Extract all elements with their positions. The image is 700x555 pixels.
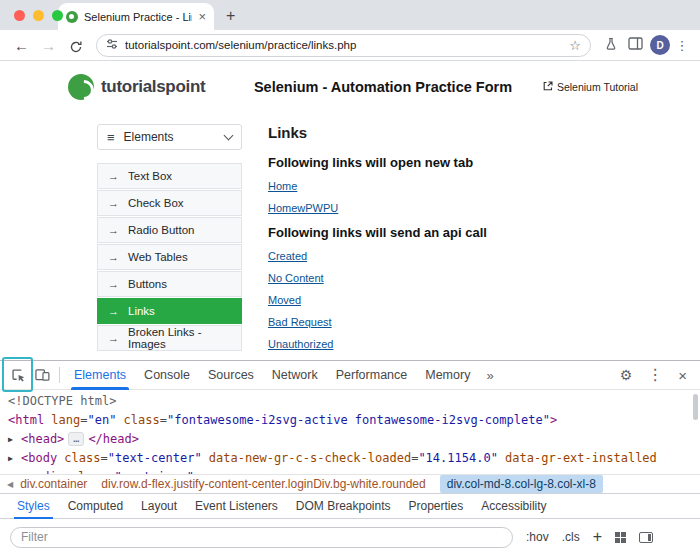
sidebar-title: Elements — [124, 130, 216, 144]
styles-tab-styles[interactable]: Styles — [8, 494, 59, 519]
devtools-tab-label: Sources — [208, 368, 254, 382]
page-main: ≡ Elements →Text Box →Check Box →Radio B… — [0, 100, 700, 359]
breadcrumb-item-col[interactable]: div.col-md-8.col-lg-8.col-xl-8 — [440, 475, 603, 493]
toolbar-separator — [59, 367, 60, 383]
link-created[interactable]: Created — [268, 250, 307, 263]
more-tabs-icon[interactable]: » — [479, 368, 500, 383]
code-line-div-container[interactable]: ▶<div class="container"> — [0, 468, 700, 474]
styles-tab-computed[interactable]: Computed — [59, 494, 132, 519]
tab-title: Selenium Practice - Links — [84, 11, 192, 23]
sidebar-item-label: Links — [128, 305, 155, 317]
external-link-icon — [543, 81, 553, 93]
toggle-element-state-button[interactable]: :hov — [526, 530, 549, 544]
devtools-tab-label: Network — [272, 368, 318, 382]
link-no-content[interactable]: No Content — [268, 272, 324, 285]
window-close-button[interactable] — [14, 10, 25, 21]
breadcrumb-item-container[interactable]: div.container — [20, 477, 87, 491]
link-home[interactable]: Home — [268, 180, 297, 193]
sidebar-item-radio-button[interactable]: →Radio Button — [97, 217, 242, 243]
expand-arrow-icon[interactable]: ▶ — [8, 449, 21, 468]
devtools-tab-console[interactable]: Console — [135, 361, 199, 390]
code-line-doctype[interactable]: <!DOCTYPE html> — [0, 392, 700, 411]
reload-icon[interactable] — [64, 36, 87, 53]
sidebar-item-text-box[interactable]: →Text Box — [97, 163, 242, 189]
devtools-close-icon[interactable]: × — [678, 368, 687, 383]
url-bar[interactable]: tutorialspoint.com/selenium/practice/lin… — [96, 34, 591, 57]
breadcrumb-scroll-left-icon[interactable]: ◀ — [0, 480, 20, 489]
devtools-tab-memory[interactable]: Memory — [416, 361, 479, 390]
collapsed-content-icon[interactable]: … — [68, 432, 84, 446]
styles-filter-input[interactable] — [10, 527, 513, 548]
code-line-body[interactable]: ▶<body class="text-center" data-new-gr-c… — [0, 449, 700, 468]
grid-icon[interactable] — [615, 532, 626, 543]
devtools-toolbar: Elements Console Sources Network Perform… — [0, 361, 700, 390]
styles-tab-event-listeners[interactable]: Event Listeners — [186, 494, 287, 519]
expand-arrow-icon[interactable]: ▶ — [22, 468, 35, 474]
devtools-tab-elements[interactable]: Elements — [65, 361, 135, 390]
brand-logo[interactable]: tutorialspoint — [68, 74, 240, 100]
window-minimize-button[interactable] — [33, 10, 44, 21]
side-panel-icon[interactable] — [625, 37, 646, 53]
profile-avatar[interactable]: D — [650, 35, 670, 55]
styles-tab-dom-breakpoints[interactable]: DOM Breakpoints — [287, 494, 400, 519]
sidebar-header[interactable]: ≡ Elements — [97, 124, 242, 150]
link-unauthorized[interactable]: Unauthorized — [268, 338, 333, 351]
devtools-menu-icon[interactable]: ⋮ — [647, 367, 663, 383]
browser-tab[interactable]: Selenium Practice - Links × — [58, 3, 214, 30]
section-heading-new-tab: Following links will open new tab — [268, 155, 644, 170]
device-toolbar-icon[interactable] — [30, 364, 54, 386]
elements-tree[interactable]: <!DOCTYPE html> <html lang="en" class="f… — [0, 390, 700, 474]
page-title: Selenium - Automation Practice Form — [240, 79, 526, 95]
computed-panel-toggle-icon[interactable] — [639, 532, 653, 543]
code-line-html[interactable]: <html lang="en" class="fontawesome-i2svg… — [0, 411, 700, 430]
hamburger-icon: ≡ — [107, 130, 115, 145]
styles-pane-tabs: Styles Computed Layout Event Listeners D… — [0, 493, 700, 518]
inspect-element-icon[interactable] — [6, 364, 30, 386]
section-heading-api-call: Following links will send an api call — [268, 225, 644, 240]
toggle-class-button[interactable]: .cls — [562, 530, 580, 544]
new-tab-button[interactable]: + — [226, 7, 235, 25]
site-info-icon[interactable] — [106, 36, 118, 54]
link-moved[interactable]: Moved — [268, 294, 301, 307]
web-page: tutorialspoint Selenium - Automation Pra… — [0, 61, 700, 359]
styles-tab-properties[interactable]: Properties — [400, 494, 473, 519]
header-link-label: Selenium Tutorial — [557, 81, 638, 93]
sidebar-item-label: Text Box — [128, 170, 172, 182]
arrow-right-icon: → — [108, 197, 119, 209]
tab-close-icon[interactable]: × — [198, 10, 206, 23]
breadcrumb-item-row[interactable]: div.row.d-flex.justify-content-center.lo… — [101, 477, 425, 491]
content-area: Links Following links will open new tab … — [268, 124, 644, 359]
devtools-tab-network[interactable]: Network — [263, 361, 327, 390]
tab-strip: Selenium Practice - Links × + — [0, 0, 700, 30]
devtools-tab-performance[interactable]: Performance — [327, 361, 417, 390]
labs-beaker-icon[interactable] — [600, 37, 621, 54]
sidebar-item-links[interactable]: →Links — [97, 298, 242, 324]
settings-gear-icon[interactable]: ⚙ — [620, 368, 633, 382]
new-style-rule-icon[interactable]: + — [593, 529, 602, 545]
devtools-tab-sources[interactable]: Sources — [199, 361, 263, 390]
sidebar-item-web-tables[interactable]: →Web Tables — [97, 244, 242, 270]
sidebar-item-label: Check Box — [128, 197, 184, 209]
breadcrumb: ◀ div.container div.row.d-flex.justify-c… — [0, 474, 700, 493]
arrow-right-icon: → — [108, 224, 119, 236]
back-icon[interactable]: ← — [10, 37, 33, 54]
scrollbar[interactable] — [693, 394, 698, 420]
styles-tab-layout[interactable]: Layout — [132, 494, 186, 519]
styles-tab-accessibility[interactable]: Accessibility — [472, 494, 555, 519]
brand-name: tutorialspoint — [101, 77, 205, 97]
expand-arrow-icon[interactable]: ▶ — [8, 430, 21, 449]
link-bad-request[interactable]: Bad Request — [268, 316, 332, 329]
link-homewpwpu[interactable]: HomewPWPU — [268, 202, 338, 215]
forward-icon[interactable]: → — [37, 37, 60, 54]
sidebar-item-broken-links-images[interactable]: →Broken Links - Images — [97, 325, 242, 351]
sidebar-item-check-box[interactable]: →Check Box — [97, 190, 242, 216]
bookmark-star-icon[interactable]: ☆ — [569, 38, 581, 53]
devtools-tab-label: Elements — [74, 368, 126, 382]
code-line-head[interactable]: ▶<head>…</head> — [0, 430, 700, 449]
arrow-right-icon: → — [108, 278, 119, 290]
styles-filter-bar: :hov .cls + — [0, 518, 700, 555]
selenium-tutorial-link[interactable]: Selenium Tutorial — [526, 81, 638, 93]
browser-menu-icon[interactable]: ⋮ — [674, 38, 690, 53]
sidebar-item-buttons[interactable]: →Buttons — [97, 271, 242, 297]
window-zoom-button[interactable] — [52, 10, 63, 21]
